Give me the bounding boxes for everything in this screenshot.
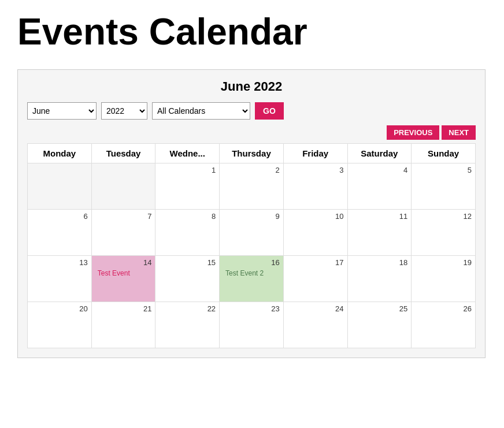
day-number: 7 bbox=[95, 212, 152, 221]
day-number: 3 bbox=[287, 166, 344, 174]
calendar-container: June 2022 January February March April M… bbox=[17, 69, 486, 358]
col-header-saturday: Saturday bbox=[347, 144, 412, 163]
calendar-title: June 2022 bbox=[27, 79, 476, 94]
go-button[interactable]: GO bbox=[255, 102, 284, 120]
calendar-day-cell: 15 bbox=[155, 256, 220, 302]
calendar-day-cell: 25 bbox=[347, 302, 412, 348]
calendar-day-cell: 19 bbox=[412, 256, 476, 302]
day-number: 22 bbox=[159, 304, 216, 313]
day-number: 18 bbox=[351, 258, 408, 267]
calendar-day-cell: 24 bbox=[283, 302, 347, 348]
day-number: 21 bbox=[95, 304, 152, 313]
day-number: 20 bbox=[31, 304, 88, 313]
day-number: 17 bbox=[287, 258, 344, 267]
day-number: 15 bbox=[159, 258, 216, 267]
calendar-controls: January February March April May June Ju… bbox=[27, 102, 476, 120]
day-number: 2 bbox=[223, 166, 280, 174]
day-number: 13 bbox=[31, 258, 88, 267]
nav-row: PREVIOUS NEXT bbox=[27, 125, 476, 140]
calendar-event[interactable]: Test Event bbox=[95, 268, 152, 278]
day-number: 9 bbox=[223, 212, 280, 221]
calendar-day-cell: 1 bbox=[155, 163, 220, 210]
calendar-day-cell: 11 bbox=[347, 210, 412, 256]
month-select[interactable]: January February March April May June Ju… bbox=[27, 102, 97, 120]
day-number: 8 bbox=[159, 212, 216, 221]
col-header-sunday: Sunday bbox=[412, 144, 476, 163]
day-number: 4 bbox=[351, 166, 408, 174]
day-number: 1 bbox=[159, 166, 216, 174]
day-number: 26 bbox=[415, 304, 472, 313]
calendar-day-cell: 18 bbox=[347, 256, 412, 302]
calendar-day-cell: 23 bbox=[220, 302, 284, 348]
col-header-monday: Monday bbox=[28, 144, 92, 163]
col-header-thursday: Thursday bbox=[220, 144, 284, 163]
calendar-day-cell: 9 bbox=[220, 210, 284, 256]
calendar-day-cell: 20 bbox=[28, 302, 92, 348]
calendar-day-cell: 7 bbox=[91, 210, 155, 256]
previous-button[interactable]: PREVIOUS bbox=[387, 125, 439, 140]
calendar-day-cell: 10 bbox=[283, 210, 347, 256]
calendar-day-cell: 2 bbox=[220, 163, 284, 210]
calendar-filter-select[interactable]: All Calendars bbox=[152, 102, 250, 120]
calendar-day-cell: 14Test Event bbox=[91, 256, 155, 302]
calendar-day-cell: 26 bbox=[412, 302, 476, 348]
calendar-day-cell: 16Test Event 2 bbox=[220, 256, 284, 302]
calendar-event[interactable]: Test Event 2 bbox=[223, 268, 280, 278]
calendar-table: Monday Tuesday Wedne... Thursday Friday … bbox=[27, 143, 476, 348]
page-title: Events Calendar bbox=[17, 12, 487, 52]
calendar-day-cell: 5 bbox=[412, 163, 476, 210]
col-header-tuesday: Tuesday bbox=[91, 144, 155, 163]
day-number: 6 bbox=[31, 212, 88, 221]
year-select[interactable]: 2020 2021 2022 2023 2024 bbox=[101, 102, 147, 120]
day-number: 23 bbox=[223, 304, 280, 313]
calendar-day-cell bbox=[28, 163, 92, 210]
calendar-day-cell: 22 bbox=[155, 302, 220, 348]
calendar-day-cell: 12 bbox=[412, 210, 476, 256]
calendar-day-cell bbox=[91, 163, 155, 210]
day-number: 10 bbox=[287, 212, 344, 221]
day-number: 25 bbox=[351, 304, 408, 313]
day-number: 11 bbox=[351, 212, 408, 221]
calendar-day-cell: 17 bbox=[283, 256, 347, 302]
day-number: 12 bbox=[415, 212, 472, 221]
col-header-friday: Friday bbox=[283, 144, 347, 163]
calendar-day-cell: 21 bbox=[91, 302, 155, 348]
day-number: 16 bbox=[223, 258, 280, 267]
calendar-day-cell: 3 bbox=[283, 163, 347, 210]
day-number: 14 bbox=[95, 258, 152, 267]
next-button[interactable]: NEXT bbox=[442, 125, 476, 140]
day-number: 5 bbox=[415, 166, 472, 174]
col-header-wednesday: Wedne... bbox=[155, 144, 220, 163]
day-number: 19 bbox=[415, 258, 472, 267]
calendar-day-cell: 8 bbox=[155, 210, 220, 256]
calendar-day-cell: 13 bbox=[28, 256, 92, 302]
day-number: 24 bbox=[287, 304, 344, 313]
calendar-day-cell: 6 bbox=[28, 210, 92, 256]
calendar-day-cell: 4 bbox=[347, 163, 412, 210]
